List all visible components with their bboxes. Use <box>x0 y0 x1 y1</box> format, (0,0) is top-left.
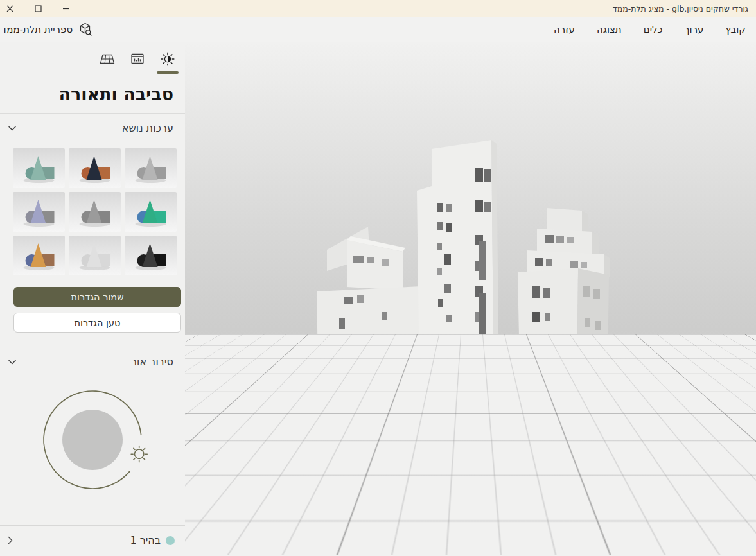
save-settings-button[interactable]: שמור הגדרות <box>13 287 181 307</box>
preset-row-light-1[interactable]: בהיר 1 <box>0 525 185 555</box>
menu-view[interactable]: תצוגה <box>597 24 622 35</box>
sun-icon <box>160 51 175 67</box>
stats-panel-icon <box>130 51 145 67</box>
minimize-button[interactable] <box>62 4 71 13</box>
theme-tile-amber[interactable] <box>13 236 65 275</box>
theme-tile-gray[interactable] <box>125 148 177 188</box>
maximize-icon <box>35 6 41 12</box>
menu-edit[interactable]: ערוך <box>685 24 704 35</box>
chevron-expand-icon <box>8 536 13 544</box>
sun-handle-icon[interactable] <box>131 446 147 462</box>
menu-file[interactable]: קובץ <box>726 24 746 35</box>
window-title: גורדי שחקים ניסיון.glb - מציג תלת-ממד <box>613 0 748 17</box>
theme-tile-white[interactable] <box>69 236 121 275</box>
theme-tile-dark-gray[interactable] <box>69 192 121 232</box>
load-settings-button[interactable]: טען הגדרות <box>13 313 181 333</box>
chevron-down-icon <box>8 359 17 365</box>
building-center <box>417 140 500 474</box>
close-button[interactable] <box>5 4 14 13</box>
menu-items: קובץ ערוך כלים תצוגה עזרה <box>554 24 756 35</box>
environment-sidebar: סביבה ותאורה ערכות נושא <box>0 42 185 555</box>
close-icon <box>7 6 13 12</box>
menubar: ספריית תלת-ממד קובץ ערוך כלים תצוגה עזרה <box>0 17 756 42</box>
menu-help[interactable]: עזרה <box>554 24 575 35</box>
light-rotation-header[interactable]: סיבוב אור <box>0 347 185 376</box>
theme-tile-black[interactable] <box>125 236 177 275</box>
theme-tile-lavender[interactable] <box>13 192 65 232</box>
library-3d-button[interactable]: ספריית תלת-ממד <box>0 21 93 37</box>
tab-lighting[interactable] <box>159 51 176 67</box>
library-3d-label: ספריית תלת-ממד <box>1 24 73 35</box>
theme-tile-sage[interactable] <box>13 148 65 188</box>
tab-ground-grid[interactable] <box>99 51 116 67</box>
themes-section-header[interactable]: ערכות נושא <box>0 114 185 142</box>
theme-tile-rust-navy[interactable] <box>69 148 121 188</box>
preset-color-dot <box>166 536 175 545</box>
light-rotation-label: סיבוב אור <box>131 356 173 368</box>
viewport-3d[interactable] <box>185 42 756 555</box>
dial-knob[interactable] <box>62 410 123 470</box>
cube-search-icon <box>77 21 93 37</box>
ground-grid-icon <box>99 51 116 67</box>
panel-title: סביבה ותאורה <box>0 78 185 113</box>
titlebar: גורדי שחקים ניסיון.glb - מציג תלת-ממד <box>0 0 756 17</box>
preset-label: בהיר 1 <box>130 534 161 546</box>
menu-tools[interactable]: כלים <box>644 24 663 35</box>
theme-tile-green[interactable] <box>125 192 177 232</box>
theme-grid <box>13 148 177 275</box>
building-right <box>518 208 610 471</box>
light-rotation-dial[interactable] <box>0 376 185 496</box>
building-models <box>185 42 756 555</box>
tab-stats[interactable] <box>129 51 146 67</box>
maximize-button[interactable] <box>33 4 42 13</box>
themes-section-label: ערכות נושא <box>122 122 173 134</box>
window-controls <box>0 4 71 13</box>
sidebar-tabs <box>0 42 185 78</box>
chevron-down-icon <box>8 125 17 132</box>
